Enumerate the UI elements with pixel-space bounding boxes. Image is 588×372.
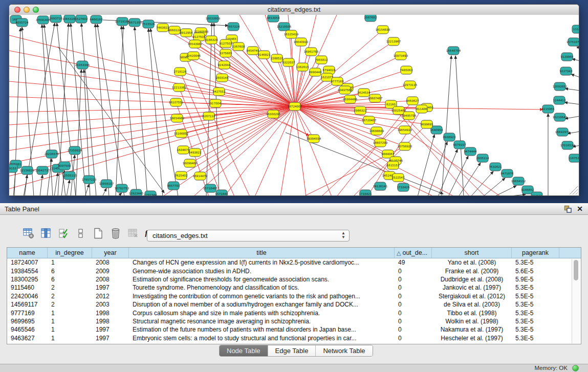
graph-node[interactable]: 1733426 xyxy=(397,183,410,191)
graph-node[interactable]: 19654923 xyxy=(398,126,412,134)
graph-node[interactable]: 10654112 xyxy=(511,177,526,185)
table-cell-title[interactable]: Corpus callosum shape and size in male p… xyxy=(129,310,395,317)
column-header-year[interactable]: year xyxy=(92,248,129,258)
graph-node[interactable]: 10688609 xyxy=(369,127,384,135)
table-row[interactable]: 1872400712008Changes of HCN gene express… xyxy=(7,258,581,267)
table-cell-out_de[interactable]: 0 xyxy=(395,335,432,342)
graph-node[interactable]: 8322037 xyxy=(282,58,295,67)
graph-node[interactable]: 4055724 xyxy=(16,18,29,27)
graph-node[interactable]: 8267110 xyxy=(203,112,215,120)
graph-node[interactable]: 20206576 xyxy=(45,150,59,158)
zoom-window-button[interactable] xyxy=(33,7,39,13)
graph-node[interactable]: 16099468 xyxy=(183,159,198,167)
table-cell-pagerank[interactable]: 5.3E-5 xyxy=(512,310,559,317)
table-cell-year[interactable]: 1997 xyxy=(92,335,129,342)
graph-node[interactable]: 16154838 xyxy=(376,26,390,34)
graph-node[interactable]: 811406 xyxy=(416,105,427,113)
table-cell-out_de[interactable]: 0 xyxy=(395,268,432,275)
graph-node[interactable]: 11126 xyxy=(572,25,579,33)
graph-node[interactable]: 7485063 xyxy=(400,66,413,74)
table-cell-in_degree[interactable]: 2 xyxy=(48,284,92,291)
graph-node[interactable]: 9860124 xyxy=(168,26,181,34)
graph-node[interactable]: 1588520 xyxy=(271,54,284,62)
graph-node[interactable]: 16961758 xyxy=(304,48,319,56)
graph-node[interactable]: 8912954 xyxy=(180,29,193,37)
graph-node[interactable]: 7515526 xyxy=(142,20,155,28)
graph-node[interactable]: 2986322 xyxy=(354,106,367,115)
graph-node[interactable]: 17359924 xyxy=(68,146,82,155)
graph-node[interactable]: 9227343 xyxy=(560,67,573,75)
graph-node[interactable]: 1292344 xyxy=(144,191,157,195)
graph-node[interactable]: 12213967 xyxy=(386,37,401,46)
graph-node[interactable]: 1362615 xyxy=(296,63,309,71)
delete-table-button-disabled[interactable] xyxy=(127,228,139,239)
close-panel-icon[interactable]: ✕ xyxy=(577,204,583,213)
graph-node[interactable]: 17016534 xyxy=(560,141,575,149)
graph-node[interactable]: 18724007 xyxy=(288,102,302,111)
table-cell-short[interactable]: de Silva et al. (2003) xyxy=(432,301,512,308)
graph-node[interactable]: 12505115 xyxy=(62,171,77,180)
table-row[interactable]: 2242004622012Investigating the contribut… xyxy=(7,292,581,300)
table-cell-year[interactable]: 2009 xyxy=(92,268,129,275)
table-cell-title[interactable]: Disruption of a novel member of a sodium… xyxy=(129,301,395,308)
graph-node[interactable]: 12923445 xyxy=(129,189,144,195)
table-cell-out_de[interactable]: 0 xyxy=(395,301,432,308)
table-cell-pagerank[interactable]: 5.3E-5 xyxy=(512,318,559,325)
graph-node[interactable]: 7857224 xyxy=(227,23,240,31)
table-row[interactable]: 977716911998Corpus callosum shape and si… xyxy=(7,309,581,317)
column-header-in_degree[interactable]: in_degree xyxy=(48,248,92,258)
graph-node[interactable]: 16325419 xyxy=(284,30,299,38)
table-row[interactable]: 1456911722003Disruption of a novel membe… xyxy=(7,300,581,309)
table-cell-pagerank[interactable]: 5.3E-5 xyxy=(512,284,559,291)
table-cell-year[interactable]: 2003 xyxy=(92,301,129,308)
table-cell-short[interactable]: Hescheler et al. (1997) xyxy=(432,335,512,342)
graph-node[interactable]: 18654982 xyxy=(170,114,184,122)
graph-node[interactable]: 9242844 xyxy=(218,61,231,69)
table-cell-out_de[interactable]: 0 xyxy=(395,326,432,333)
graph-node[interactable]: 16033809 xyxy=(206,15,221,23)
tab-network-table[interactable]: Network Table xyxy=(315,345,372,356)
graph-node[interactable]: 1244413 xyxy=(553,96,566,104)
table-cell-short[interactable]: Stergiakouli et al. (2012) xyxy=(432,293,512,300)
table-cell-out_de[interactable]: 0 xyxy=(395,318,432,325)
table-cell-pagerank[interactable]: 5.3E-5 xyxy=(512,259,559,266)
table-cell-year[interactable]: 1998 xyxy=(92,318,129,325)
graph-node[interactable]: 8186328 xyxy=(205,36,218,44)
graph-node[interactable]: 3375685 xyxy=(220,49,232,57)
graph-node[interactable]: 9129966 xyxy=(561,53,574,61)
graph-node[interactable]: 5493822 xyxy=(189,148,202,157)
table-cell-pagerank[interactable]: 5.9E-5 xyxy=(512,276,559,283)
table-cell-name[interactable]: 18724007 xyxy=(7,259,48,266)
graph-node[interactable]: 6466160 xyxy=(90,15,103,24)
table-row[interactable]: 1938455462009Genome-wide association stu… xyxy=(7,267,581,275)
table-cell-title[interactable]: Embryonic stem cells: a model to study s… xyxy=(129,335,395,342)
graph-node[interactable]: 19384554 xyxy=(307,135,321,143)
graph-node[interactable]: 1527602 xyxy=(75,15,88,23)
table-cell-title[interactable]: Estimation of significance thresholds fo… xyxy=(129,276,395,283)
graph-node[interactable]: 1615152 xyxy=(387,161,400,169)
table-cell-year[interactable]: 1998 xyxy=(92,310,129,317)
table-cell-short[interactable]: Jankovic et al. (1997) xyxy=(432,284,512,291)
graph-node[interactable]: 16914479 xyxy=(193,172,208,180)
table-cell-name[interactable]: 9465546 xyxy=(7,326,48,333)
graph-node[interactable]: 2522547 xyxy=(392,173,405,182)
graph-node[interactable]: 10497568 xyxy=(338,86,353,94)
graph-node[interactable]: 19495756 xyxy=(402,112,417,120)
graph-node[interactable]: 1167534 xyxy=(569,154,579,162)
table-cell-title[interactable]: Estimation of the future numbers of pati… xyxy=(129,326,395,333)
scrollbar-thumb[interactable] xyxy=(574,260,578,280)
table-cell-name[interactable]: 18300295 xyxy=(7,276,48,283)
table-cell-short[interactable]: Dudbridge et al. (2008) xyxy=(432,276,512,283)
table-cell-out_de[interactable]: 0 xyxy=(395,284,432,291)
resize-grip-icon[interactable] xyxy=(576,192,578,194)
table-cell-name[interactable]: 9777169 xyxy=(7,310,48,317)
table-cell-in_degree[interactable]: 2 xyxy=(48,301,92,308)
table-cell-name[interactable]: 9463627 xyxy=(7,335,48,342)
graph-node[interactable]: 16543982 xyxy=(188,40,202,48)
table-cell-in_degree[interactable]: 6 xyxy=(48,276,92,283)
table-cell-title[interactable]: Structural magnetic resonance image aver… xyxy=(129,318,395,325)
graph-node[interactable]: 8471876 xyxy=(501,169,514,178)
graph-node[interactable]: 9146821 xyxy=(258,51,271,59)
graph-node[interactable]: 8215955 xyxy=(542,105,555,113)
graph-node[interactable]: 16782753 xyxy=(115,184,129,192)
